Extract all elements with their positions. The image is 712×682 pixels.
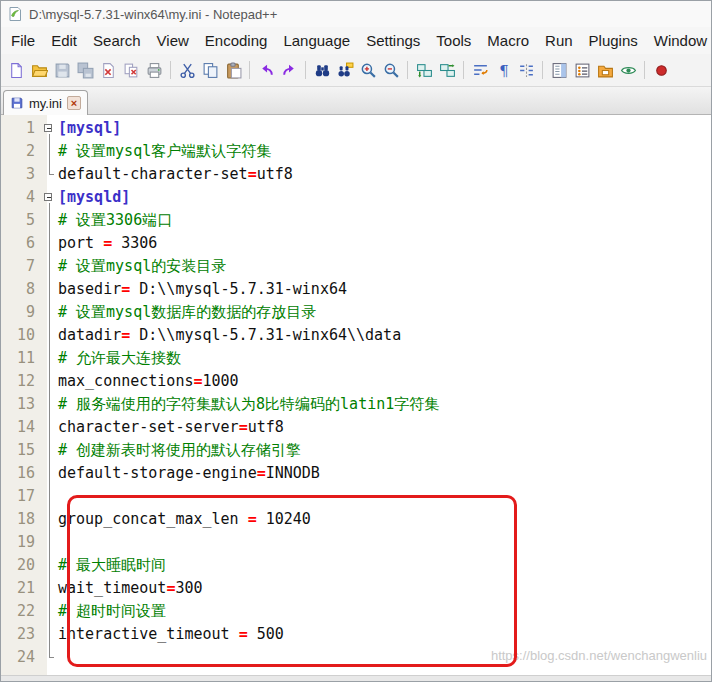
code-text: character-set-server=utf8 <box>58 416 284 439</box>
sync-h-button[interactable] <box>436 59 458 81</box>
editor-line[interactable]: 22# 超时时间设置 <box>1 600 711 623</box>
editor-line[interactable]: 14character-set-server=utf8 <box>1 416 711 439</box>
editor-line[interactable]: 18group_concat_max_len = 10240 <box>1 508 711 531</box>
editor-line[interactable]: 4[mysqld] <box>1 186 711 209</box>
open-folder-button[interactable] <box>28 59 50 81</box>
menu-item-macro[interactable]: Macro <box>479 27 537 54</box>
editor-line[interactable]: 20# 最大睡眠时间 <box>1 554 711 577</box>
menu-item-file[interactable]: File <box>3 27 43 54</box>
menu-item-window[interactable]: Window <box>646 27 711 54</box>
menu-item-settings[interactable]: Settings <box>358 27 428 54</box>
save-icon <box>54 62 71 79</box>
menu-item-search[interactable]: Search <box>85 27 149 54</box>
folder-workspace-button[interactable] <box>594 59 616 81</box>
line-number: 15 <box>1 439 41 462</box>
replace-button[interactable] <box>334 59 356 81</box>
doc-map-button[interactable] <box>548 59 570 81</box>
redo-button[interactable] <box>278 59 300 81</box>
sync-v-button[interactable] <box>413 59 435 81</box>
editor-line[interactable]: 9# 设置mysql数据库的数据的存放目录 <box>1 301 711 324</box>
code-text: datadir= D:\\mysql-5.7.31-winx64\\data <box>58 324 401 347</box>
close-file-button[interactable] <box>97 59 119 81</box>
menu-bar: FileEditSearchViewEncodingLanguageSettin… <box>1 27 711 54</box>
fold-margin <box>41 347 58 370</box>
menu-item-view[interactable]: View <box>149 27 197 54</box>
line-number: 9 <box>1 301 41 324</box>
editor-line[interactable]: 12max_connections=1000 <box>1 370 711 393</box>
editor-line[interactable]: 1[mysql] <box>1 117 711 140</box>
print-button[interactable] <box>143 59 165 81</box>
copy-button[interactable] <box>199 59 221 81</box>
menu-item-language[interactable]: Language <box>275 27 358 54</box>
zoom-in-icon <box>360 62 377 79</box>
line-number: 3 <box>1 163 41 186</box>
tab-close-icon[interactable]: × <box>67 96 81 110</box>
menu-item-tools[interactable]: Tools <box>428 27 479 54</box>
cut-button[interactable] <box>176 59 198 81</box>
undo-button[interactable] <box>255 59 277 81</box>
fold-margin <box>41 623 58 646</box>
monitoring-button[interactable] <box>617 59 639 81</box>
save-all-button[interactable] <box>74 59 96 81</box>
zoom-in-button[interactable] <box>357 59 379 81</box>
fold-margin <box>41 485 58 508</box>
editor-line[interactable]: 7# 设置mysql的安装目录 <box>1 255 711 278</box>
paste-button[interactable] <box>222 59 244 81</box>
toolbar-separator <box>249 61 250 79</box>
undo-icon <box>258 62 275 79</box>
toolbar-separator <box>463 61 464 79</box>
fold-margin <box>41 416 58 439</box>
fold-margin <box>41 600 58 623</box>
editor-line[interactable]: 16default-storage-engine=INNODB <box>1 462 711 485</box>
menu-item-plugins[interactable]: Plugins <box>581 27 646 54</box>
macro-record-button[interactable] <box>650 59 672 81</box>
code-text: max_connections=1000 <box>58 370 239 393</box>
tab-my-ini[interactable]: my.ini × <box>3 90 88 115</box>
function-list-button[interactable] <box>571 59 593 81</box>
editor-line[interactable]: 13# 服务端使用的字符集默认为8比特编码的latin1字符集 <box>1 393 711 416</box>
editor[interactable]: 1[mysql]2# 设置mysql客户端默认字符集3default-chara… <box>1 115 711 675</box>
close-all-button[interactable] <box>120 59 142 81</box>
editor-line[interactable]: 19 <box>1 531 711 554</box>
save-button[interactable] <box>51 59 73 81</box>
indent-guide-icon <box>518 62 535 79</box>
menu-item-run[interactable]: Run <box>537 27 581 54</box>
word-wrap-button[interactable] <box>469 59 491 81</box>
zoom-out-button[interactable] <box>380 59 402 81</box>
fold-margin <box>41 209 58 232</box>
fold-margin <box>41 393 58 416</box>
editor-line[interactable]: 8basedir= D:\\mysql-5.7.31-winx64 <box>1 278 711 301</box>
editor-line[interactable]: 5# 设置3306端口 <box>1 209 711 232</box>
copy-icon <box>202 62 219 79</box>
fold-toggle-icon[interactable] <box>41 186 58 209</box>
menu-item-encoding[interactable]: Encoding <box>197 27 276 54</box>
new-file-button[interactable] <box>5 59 27 81</box>
close-file-icon <box>100 62 117 79</box>
editor-line[interactable]: 17 <box>1 485 711 508</box>
editor-line[interactable]: 21wait_timeout=300 <box>1 577 711 600</box>
editor-line[interactable]: 23interactive_timeout = 500 <box>1 623 711 646</box>
menu-item-edit[interactable]: Edit <box>43 27 85 54</box>
find-button[interactable] <box>311 59 333 81</box>
editor-line[interactable]: 10datadir= D:\\mysql-5.7.31-winx64\\data <box>1 324 711 347</box>
notepadpp-window: D:\mysql-5.7.31-winx64\my.ini - Notepad+… <box>0 0 712 682</box>
fold-margin <box>41 301 58 324</box>
editor-line[interactable]: 6port = 3306 <box>1 232 711 255</box>
line-number: 10 <box>1 324 41 347</box>
line-number: 1 <box>1 117 41 140</box>
editor-line[interactable]: 3default-character-set=utf8 <box>1 163 711 186</box>
line-number: 11 <box>1 347 41 370</box>
editor-line[interactable]: 11# 允许最大连接数 <box>1 347 711 370</box>
function-list-icon <box>574 62 591 79</box>
editor-line[interactable]: 15# 创建新表时将使用的默认存储引擎 <box>1 439 711 462</box>
show-all-chars-button[interactable]: ¶ <box>492 59 514 81</box>
fold-margin <box>41 232 58 255</box>
line-number: 7 <box>1 255 41 278</box>
editor-line[interactable]: 2# 设置mysql客户端默认字符集 <box>1 140 711 163</box>
indent-guide-button[interactable] <box>515 59 537 81</box>
fold-toggle-icon[interactable] <box>41 117 58 140</box>
line-number: 2 <box>1 140 41 163</box>
cut-icon <box>179 62 196 79</box>
line-number: 20 <box>1 554 41 577</box>
code-text: # 设置mysql客户端默认字符集 <box>58 140 271 163</box>
